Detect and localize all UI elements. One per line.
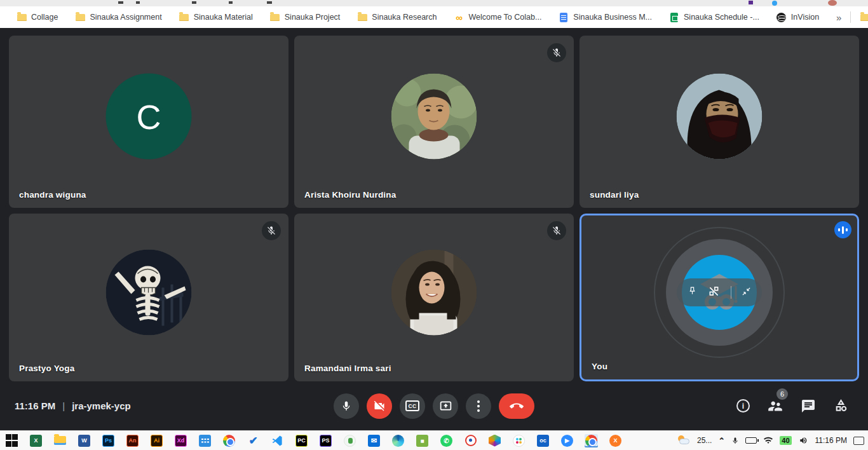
taskbar-hexagon-app[interactable] (488, 434, 501, 447)
edge-icon (392, 435, 404, 447)
taskbar-xampp[interactable]: X (609, 434, 622, 447)
battery-icon[interactable] (745, 437, 757, 444)
taskbar-slack[interactable] (512, 434, 526, 447)
start-button[interactable] (5, 434, 18, 447)
taskbar-xd[interactable]: Xd (174, 434, 187, 447)
windows-logo-icon (6, 434, 18, 447)
taskbar-excel[interactable]: X (29, 434, 43, 447)
file-explorer-icon (54, 436, 66, 445)
tray-mic-icon[interactable] (731, 436, 739, 446)
participant-tile-ramandani[interactable]: Ramandani Irma sari (294, 214, 574, 381)
microphone-button[interactable] (334, 393, 359, 419)
taskbar-chrome[interactable] (222, 434, 236, 447)
taskbar-photoshop[interactable]: Ps (102, 434, 115, 447)
tray-weather-text[interactable]: 25... (697, 436, 712, 445)
muted-mic-icon (262, 221, 281, 240)
swirl-logo-icon (465, 435, 477, 446)
participant-tile-arista[interactable]: Arista Khoiru Nurdina (294, 36, 574, 208)
animate-icon: An (126, 435, 139, 447)
bookmark-sinauka-research[interactable]: Sinauka Research (357, 12, 437, 22)
bookmark-sinauka-assignment[interactable]: Sinauka Assignment (75, 12, 161, 22)
folder-icon (860, 12, 868, 22)
bookmark-sinauka-business[interactable]: Sinauka Business M... (559, 12, 652, 22)
activities-button[interactable] (833, 398, 849, 414)
taskbar-checkmark-app[interactable]: ✔ (247, 434, 260, 447)
chrome-icon (223, 435, 235, 447)
screen: Collage Sinauka Assignment Sinauka Mater… (0, 0, 868, 450)
wifi-icon[interactable] (763, 437, 773, 444)
photo-avatar-smiling-girl (391, 250, 477, 336)
extension-icon[interactable] (749, 1, 753, 4)
address-text-fragment (229, 1, 233, 4)
taskbar-oc-app[interactable]: oc (536, 434, 550, 447)
taskbar-whatsapp[interactable]: ✆ (440, 434, 453, 447)
avatar-initial: C (137, 97, 161, 136)
people-icon (767, 398, 783, 414)
taskbar-calendar-app[interactable] (198, 434, 212, 447)
whatsapp-icon: ✆ (440, 435, 452, 447)
xampp-icon: X (609, 435, 621, 447)
cc-icon: CC (405, 400, 419, 411)
bookmark-invision[interactable]: InVision (776, 12, 819, 22)
participant-tile-chandra-wiguna[interactable]: C chandra wiguna (9, 36, 288, 208)
bookmark-label: Sinauka Business M... (573, 13, 652, 22)
other-bookmarks-button[interactable]: Other bookmarks (860, 12, 868, 22)
unpin-from-screen-icon[interactable] (707, 285, 721, 301)
action-center-icon[interactable] (853, 437, 864, 445)
bookmark-sinauka-project[interactable]: Sinauka Project (270, 12, 341, 22)
taskbar-chrome-active[interactable] (585, 434, 598, 447)
weather-icon[interactable] (677, 435, 691, 446)
taskbar-swirl-app[interactable] (464, 434, 477, 447)
meet-main: C chandra wiguna (0, 28, 868, 430)
profile-avatar[interactable] (828, 0, 837, 6)
bookmark-label: Sinauka Assignment (90, 13, 161, 22)
more-options-button[interactable] (466, 393, 491, 419)
taskbar-mail[interactable]: ✉ (367, 434, 381, 447)
present-screen-button[interactable] (433, 393, 458, 419)
bookmark-welcome-to-colab[interactable]: ∞ Welcome To Colab... (454, 12, 541, 22)
taskbar-android-app[interactable]: ■ (416, 434, 429, 447)
photoshop-icon: Ps (102, 435, 114, 447)
taskbar-illustrator[interactable]: Ai (150, 434, 163, 447)
address-text-fragment (118, 1, 123, 4)
participants-count-badge: 6 (776, 388, 788, 400)
participant-name: Ramandani Irma sari (304, 364, 391, 373)
minimize-icon[interactable] (741, 286, 752, 299)
battery-percent-badge[interactable]: 40 (780, 436, 791, 445)
participant-tile-prastyo[interactable]: Prastyo Yoga (9, 214, 288, 381)
captions-button[interactable]: CC (400, 393, 425, 419)
meeting-details-button[interactable]: i (736, 399, 750, 412)
chat-button[interactable] (801, 399, 816, 414)
leave-call-button[interactable] (499, 393, 534, 419)
extension-icon[interactable] (772, 1, 777, 6)
taskbar-green-robot-app[interactable] (343, 434, 356, 447)
participants-button[interactable]: 6 (767, 398, 783, 414)
participant-tile-self[interactable]: You (580, 214, 859, 381)
taskbar-file-explorer[interactable] (53, 434, 67, 447)
bookmark-sinauka-schedule[interactable]: Sinauka Schedule -... (669, 12, 759, 22)
participant-tile-sundari[interactable]: sundari liya (580, 36, 859, 208)
bookmarks-overflow-chevron[interactable]: » (836, 12, 841, 23)
taskbar-edge[interactable] (391, 434, 405, 447)
bookmark-collage[interactable]: Collage (17, 12, 58, 22)
muted-mic-icon (547, 43, 566, 62)
photo-avatar-masked-woman (677, 74, 763, 160)
address-text-fragment (267, 1, 272, 4)
folder-icon (17, 12, 27, 22)
taskbar-animate[interactable]: An (126, 434, 139, 447)
mic-icon (341, 400, 352, 412)
taskbar-word[interactable]: W (78, 434, 91, 447)
bookmark-sinauka-material[interactable]: Sinauka Material (179, 12, 253, 22)
taskbar-vscode[interactable] (271, 434, 284, 447)
system-tray: 25... ⌃ 40 11:16 PM (677, 435, 864, 446)
colab-icon: ∞ (454, 12, 464, 22)
tray-overflow-chevron[interactable]: ⌃ (718, 436, 725, 446)
taskbar-phpstorm[interactable]: PS (319, 434, 332, 447)
photo-avatar-skeleton-cartoon (106, 250, 192, 336)
tray-clock[interactable]: 11:16 PM (815, 436, 847, 445)
taskbar-zoom[interactable]: ▶ (560, 434, 574, 447)
camera-off-button[interactable] (367, 393, 392, 419)
pin-icon[interactable] (687, 286, 698, 299)
taskbar-pycharm[interactable]: PC (295, 434, 308, 447)
volume-icon[interactable] (798, 436, 809, 445)
